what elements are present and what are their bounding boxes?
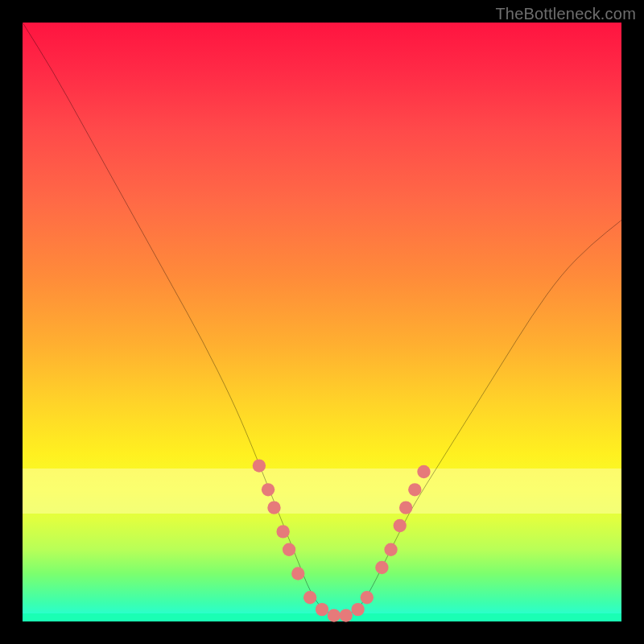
- highlight-dot: [408, 483, 421, 496]
- chart-frame: [23, 23, 621, 621]
- highlight-dot: [262, 483, 275, 496]
- highlight-dot: [394, 519, 407, 532]
- highlight-dot: [291, 567, 304, 580]
- bottleneck-curve-svg: [23, 23, 621, 621]
- watermark-text: TheBottleneck.com: [495, 5, 636, 23]
- highlight-dot: [276, 525, 289, 538]
- highlight-dot: [384, 543, 397, 556]
- highlight-dot: [399, 501, 412, 514]
- highlight-dot: [283, 543, 295, 556]
- highlight-dots-group: [253, 459, 431, 621]
- highlight-dot: [303, 591, 316, 604]
- highlight-dot: [267, 501, 280, 514]
- highlight-dot: [253, 459, 266, 472]
- highlight-dot: [316, 603, 328, 616]
- highlight-dot: [361, 591, 374, 604]
- bottleneck-curve-path: [23, 23, 621, 616]
- highlight-dot: [328, 609, 341, 621]
- highlight-dot: [375, 561, 388, 574]
- highlight-dot: [340, 609, 353, 621]
- highlight-dot: [417, 465, 430, 478]
- highlight-dot: [351, 603, 364, 616]
